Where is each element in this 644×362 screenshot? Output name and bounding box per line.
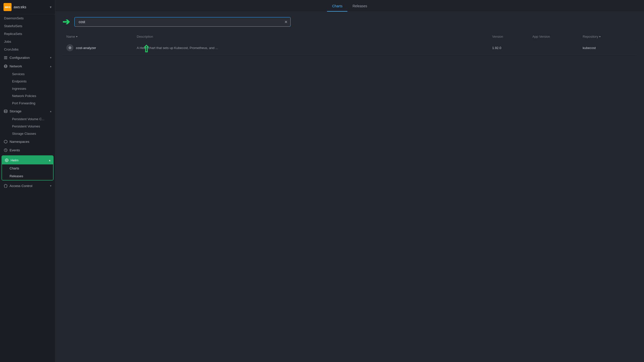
namespaces-label: Namespaces — [10, 140, 29, 144]
configuration-label: Configuration — [10, 56, 30, 60]
sidebar-item-services[interactable]: Services — [8, 70, 55, 78]
tab-releases[interactable]: Releases — [347, 1, 372, 12]
sidebar-section-namespaces[interactable]: Namespaces — [0, 137, 55, 146]
cronjobs-label: CronJobs — [4, 48, 19, 51]
sidebar-item-pv[interactable]: Persistent Volumes — [8, 123, 55, 130]
sidebar-item-port-forwarding[interactable]: Port Forwarding — [8, 100, 55, 107]
events-label: Events — [10, 148, 20, 152]
table-row[interactable]: ⚙ cost-analyzer A Helm chart that sets u… — [62, 41, 637, 55]
namespaces-icon — [4, 140, 8, 144]
access-control-icon — [4, 184, 8, 188]
content-area: ➔ ✕ Name ▾ Description Version — [55, 12, 644, 362]
events-icon — [4, 148, 8, 152]
storage-label: Storage — [10, 109, 21, 113]
col-header-name[interactable]: Name ▾ — [66, 35, 137, 38]
search-row: ➔ ✕ — [62, 17, 637, 27]
sidebar-item-charts[interactable]: Charts — [2, 164, 53, 172]
col-header-description: Description — [137, 35, 492, 38]
pvc-label: Persistent Volume C... — [12, 117, 44, 121]
helm-label: Helm — [11, 158, 19, 162]
network-icon — [4, 64, 8, 68]
sidebar-item-jobs[interactable]: Jobs — [0, 38, 55, 46]
sidebar-section-access-control[interactable]: Access Control ▾ — [0, 182, 55, 190]
results-table: Name ▾ Description Version App Version R… — [62, 32, 637, 55]
cluster-chevron-icon[interactable]: ▾ — [50, 5, 52, 9]
cluster-name: aws:eks — [14, 5, 26, 9]
charts-label: Charts — [10, 166, 19, 170]
storage-icon — [4, 109, 8, 113]
sidebar-header[interactable]: aws aws:eks ▾ — [0, 0, 55, 14]
sidebar-item-storage-classes[interactable]: Storage Classes — [8, 130, 55, 137]
sidebar-section-events[interactable]: Events — [0, 146, 55, 154]
cell-description: A Helm chart that sets up Kubecost, Prom… — [137, 46, 492, 50]
sidebar-item-releases[interactable]: Releases — [2, 172, 53, 180]
tab-charts[interactable]: Charts — [327, 1, 347, 12]
sidebar-section-storage[interactable]: Storage ▴ — [0, 107, 55, 115]
sidebar-item-network-policies[interactable]: Network Policies — [8, 92, 55, 100]
cell-version: 1.92.0 — [492, 46, 532, 50]
releases-label: Releases — [10, 174, 23, 178]
sidebar-item-endpoints[interactable]: Endpoints — [8, 78, 55, 85]
name-sort-icon: ▾ — [76, 35, 77, 38]
replicasets-label: ReplicaSets — [4, 32, 22, 36]
configuration-icon — [4, 56, 8, 60]
helm-chevron-icon: ▴ — [49, 159, 51, 162]
svg-marker-7 — [4, 140, 7, 143]
sidebar-section-network[interactable]: Network ▴ — [0, 62, 55, 70]
col-header-version: Version — [492, 35, 532, 38]
tab-bar: Charts Releases — [55, 0, 644, 12]
access-control-chevron-icon: ▾ — [50, 184, 52, 188]
ingresses-label: Ingresses — [12, 87, 26, 90]
storage-submenu: Persistent Volume C... Persistent Volume… — [0, 115, 55, 137]
chart-icon: ⚙ — [66, 44, 73, 51]
result-arrow-container: ⚙ cost-analyzer A Helm chart that sets u… — [62, 41, 637, 55]
svg-rect-2 — [4, 59, 7, 59]
jobs-label: Jobs — [4, 40, 11, 43]
daemonsets-label: DaemonSets — [4, 16, 24, 20]
cell-repository: kubecost — [583, 46, 633, 50]
repository-filter-icon: ▾ — [599, 35, 601, 38]
port-forwarding-label: Port Forwarding — [12, 101, 35, 105]
svg-point-11 — [6, 160, 7, 161]
sidebar-section-helm: Helm ▴ Charts Releases — [2, 155, 54, 180]
storage-classes-label: Storage Classes — [12, 132, 36, 135]
helm-icon — [5, 158, 9, 162]
sidebar-item-cronjobs[interactable]: CronJobs — [0, 46, 55, 53]
svg-rect-1 — [4, 57, 7, 58]
col-header-app-version: App Version — [532, 35, 583, 38]
helm-section-header[interactable]: Helm ▴ — [2, 156, 53, 164]
svg-line-10 — [6, 150, 6, 151]
aws-logo: aws — [4, 3, 12, 11]
cell-name: ⚙ cost-analyzer — [66, 44, 137, 51]
svg-rect-0 — [4, 56, 7, 57]
network-policies-label: Network Policies — [12, 94, 36, 98]
access-control-label: Access Control — [10, 184, 32, 188]
services-label: Services — [12, 72, 25, 76]
sidebar-item-pvc[interactable]: Persistent Volume C... — [8, 115, 55, 123]
svg-point-6 — [4, 110, 7, 111]
sidebar-section-configuration[interactable]: Configuration ▾ — [0, 53, 55, 62]
configuration-chevron-icon: ▾ — [50, 56, 52, 59]
storage-chevron-icon: ▴ — [50, 110, 52, 113]
sidebar-item-ingresses[interactable]: Ingresses — [8, 85, 55, 92]
search-input[interactable] — [74, 17, 291, 27]
col-header-repository[interactable]: Repository ▾ — [583, 35, 633, 38]
main-content: Charts Releases ➔ ✕ Name ▾ — [55, 0, 644, 362]
endpoints-label: Endpoints — [12, 79, 27, 83]
sidebar-item-statefulsets[interactable]: StatefulSets — [0, 22, 55, 30]
sidebar-item-daemonsets[interactable]: DaemonSets — [0, 14, 55, 22]
pv-label: Persistent Volumes — [12, 124, 40, 128]
network-submenu: Services Endpoints Ingresses Network Pol… — [0, 70, 55, 107]
network-label: Network — [10, 64, 22, 68]
network-chevron-icon: ▴ — [50, 65, 52, 68]
table-header: Name ▾ Description Version App Version R… — [62, 32, 637, 41]
sidebar-item-replicasets[interactable]: ReplicaSets — [0, 30, 55, 38]
search-clear-button[interactable]: ✕ — [284, 20, 288, 24]
statefulsets-label: StatefulSets — [4, 24, 22, 28]
right-arrow-indicator: ➔ — [62, 17, 70, 27]
sidebar: aws aws:eks ▾ DaemonSets StatefulSets Re… — [0, 0, 55, 362]
search-container: ✕ — [74, 17, 291, 27]
